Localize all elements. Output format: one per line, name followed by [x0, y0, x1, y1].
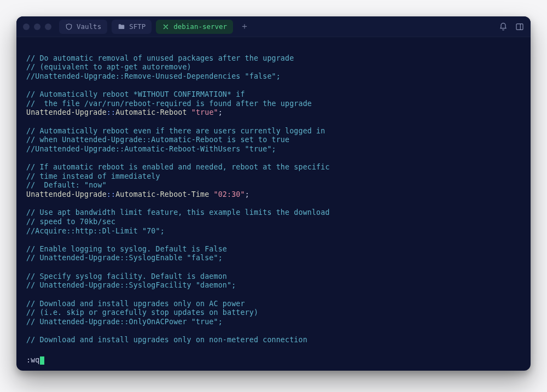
- code-line: // Unattended-Upgrade::SyslogFacility "d…: [26, 281, 521, 290]
- folder-icon: [118, 23, 125, 31]
- traffic-close[interactable]: [23, 24, 30, 30]
- titlebar-actions: [499, 22, 524, 31]
- panel-icon[interactable]: [515, 22, 524, 31]
- code-line: // when Unattended-Upgrade::Automatic-Re…: [26, 136, 521, 145]
- new-tab-button[interactable]: ＋: [237, 20, 252, 34]
- code-line: [26, 45, 521, 54]
- tab-vaults[interactable]: Vaults: [59, 20, 107, 34]
- svg-rect-0: [516, 24, 523, 30]
- code-line: // speed to 70kb/sec: [26, 218, 521, 227]
- tab-label: Vaults: [77, 22, 101, 31]
- vim-command-text: :wq: [26, 356, 39, 365]
- code-line: [26, 81, 521, 91]
- code-line: //Unattended-Upgrade::Remove-Unused-Depe…: [26, 72, 521, 81]
- code-line: // Specify syslog facility. Default is d…: [26, 272, 521, 282]
- traffic-lights[interactable]: [23, 24, 51, 30]
- code-line: // Unattended-Upgrade::OnlyOnACPower "tr…: [26, 318, 521, 327]
- code-line: // (i.e. skip or gracefully stop updates…: [26, 308, 521, 318]
- code-line: Unattended-Upgrade::Automatic-Reboot-Tim…: [26, 190, 521, 200]
- vim-command-line[interactable]: :wq: [26, 356, 521, 365]
- tab-sftp[interactable]: SFTP: [112, 20, 152, 34]
- code-line: // Use apt bandwidth limit feature, this…: [26, 208, 521, 218]
- code-line: [26, 263, 521, 272]
- code-line: // Do automatic removal of unused packag…: [26, 54, 521, 63]
- code-line: // Automatically reboot even if there ar…: [26, 127, 521, 136]
- code-line: [26, 236, 521, 245]
- code-line: // Download and install upgrades only on…: [26, 336, 521, 345]
- code-line: // Automatically reboot *WITHOUT CONFIRM…: [26, 90, 521, 100]
- tab-label: debian-server: [173, 22, 227, 31]
- cursor: [40, 356, 44, 365]
- tab-label: SFTP: [129, 22, 146, 31]
- terminal-window: Vaults SFTP debian-server ＋ // Do automa: [16, 16, 531, 371]
- close-icon[interactable]: [162, 23, 170, 31]
- code-line: //Acquire::http::Dl-Limit "70";: [26, 227, 521, 236]
- code-line: [26, 326, 521, 336]
- traffic-minimize[interactable]: [34, 24, 40, 30]
- bell-icon[interactable]: [499, 22, 508, 31]
- titlebar: Vaults SFTP debian-server ＋: [16, 16, 531, 37]
- code-line: [26, 154, 521, 163]
- code-line: // Default: "now": [26, 181, 521, 190]
- code-line: // Download and install upgrades only on…: [26, 300, 521, 309]
- traffic-zoom[interactable]: [45, 24, 51, 30]
- code-line: // If automatic reboot is enabled and ne…: [26, 163, 521, 172]
- code-line: [26, 118, 521, 127]
- shield-icon: [65, 23, 73, 31]
- code-line: // Unattended-Upgrade::SyslogEnable "fal…: [26, 254, 521, 263]
- code-line: [26, 290, 521, 300]
- code-line: Unattended-Upgrade::Automatic-Reboot "tr…: [26, 108, 521, 118]
- editor-viewport[interactable]: // Do automatic removal of unused packag…: [16, 37, 531, 371]
- code-line: // time instead of immediately: [26, 172, 521, 182]
- code-line: [26, 200, 521, 209]
- code-line: // Enable logging to syslog. Default is …: [26, 245, 521, 254]
- code-line: // (equivalent to apt-get autoremove): [26, 63, 521, 72]
- tab-debian-server[interactable]: debian-server: [156, 20, 233, 34]
- code-line: // the file /var/run/reboot-required is …: [26, 100, 521, 109]
- code-line: //Unattended-Upgrade::Automatic-Reboot-W…: [26, 145, 521, 154]
